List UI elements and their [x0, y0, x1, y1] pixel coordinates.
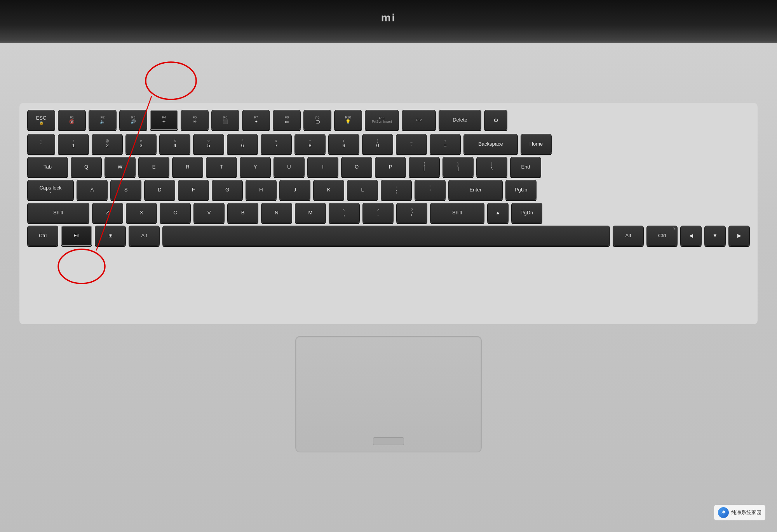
watermark-text: 纯净系统家园: [731, 509, 761, 516]
key-o[interactable]: O: [341, 157, 372, 177]
key-capslock[interactable]: Caps lock •: [27, 180, 74, 200]
key-f11[interactable]: F11 PrtScn Insert: [365, 110, 399, 130]
key-7[interactable]: & 7: [261, 134, 292, 154]
key-f6[interactable]: F6 ⬛: [211, 110, 239, 130]
key-9[interactable]: ( 9: [328, 134, 359, 154]
key-esc[interactable]: ESC 🔒: [27, 110, 55, 130]
brand-logo: mi: [381, 12, 396, 24]
home-key-row: Caps lock • A S D F G H J K L : ; " ': [27, 180, 750, 200]
key-equals[interactable]: + =: [430, 134, 461, 154]
key-tilde[interactable]: ~ `: [27, 134, 55, 154]
key-alt-left[interactable]: Alt: [129, 226, 160, 246]
key-v[interactable]: V: [193, 203, 225, 223]
key-shift-right[interactable]: Shift: [430, 203, 484, 223]
key-k[interactable]: K: [313, 180, 344, 200]
key-4[interactable]: $ 4: [159, 134, 190, 154]
key-enter[interactable]: Enter: [448, 180, 503, 200]
key-alt-right[interactable]: Alt: [613, 226, 644, 246]
key-m[interactable]: M: [295, 203, 326, 223]
key-e[interactable]: E: [138, 157, 169, 177]
key-arrow-up[interactable]: ▲: [487, 203, 509, 223]
key-ctrl-right[interactable]: Ctrl 🖰: [646, 226, 678, 246]
watermark: 净 纯净系统家园: [714, 505, 765, 520]
key-f9[interactable]: F9 🖵: [303, 110, 331, 130]
key-quote[interactable]: " ': [415, 180, 446, 200]
key-5[interactable]: % 5: [193, 134, 224, 154]
key-bracket-open[interactable]: { [: [409, 157, 440, 177]
screen-hinge: mi: [0, 0, 777, 43]
key-1[interactable]: ! 1: [58, 134, 89, 154]
key-n[interactable]: N: [261, 203, 292, 223]
key-space[interactable]: [162, 226, 610, 246]
key-i[interactable]: I: [307, 157, 338, 177]
key-f12[interactable]: F12: [402, 110, 436, 130]
key-slash[interactable]: ? /: [396, 203, 427, 223]
key-arrow-left[interactable]: ◀: [680, 226, 702, 246]
key-8[interactable]: * 8: [294, 134, 326, 154]
key-arrow-down[interactable]: ▼: [704, 226, 726, 246]
fn-key-row: ESC 🔒 F1 🔇 F2 🔈 F3 🔊 F4 ☀: [27, 110, 750, 130]
key-win[interactable]: ⊞: [95, 226, 126, 246]
key-z[interactable]: Z: [92, 203, 123, 223]
key-c[interactable]: C: [160, 203, 191, 223]
key-ctrl-left[interactable]: Ctrl: [27, 226, 58, 246]
key-pgup[interactable]: PgUp: [505, 180, 537, 200]
key-t[interactable]: T: [206, 157, 237, 177]
key-b[interactable]: B: [227, 203, 258, 223]
key-bracket-close[interactable]: } ]: [443, 157, 474, 177]
key-delete[interactable]: Delete: [439, 110, 481, 130]
key-f2[interactable]: F2 🔈: [89, 110, 117, 130]
key-p[interactable]: P: [375, 157, 406, 177]
key-end[interactable]: End: [510, 157, 541, 177]
keyboard: ESC 🔒 F1 🔇 F2 🔈 F3 🔊 F4 ☀: [19, 103, 758, 324]
key-tab[interactable]: Tab: [27, 157, 68, 177]
key-power[interactable]: ⏻: [484, 110, 507, 130]
key-f3[interactable]: F3 🔊: [119, 110, 147, 130]
trackpad-fingerprint: [373, 437, 404, 445]
laptop-deck: ESC 🔒 F1 🔇 F2 🔈 F3 🔊 F4 ☀: [0, 43, 777, 532]
shift-key-row: Shift Z X C V B N M < , > . ?: [27, 203, 750, 223]
key-0[interactable]: ) 0: [362, 134, 393, 154]
key-arrow-right[interactable]: ▶: [728, 226, 750, 246]
key-home[interactable]: Home: [521, 134, 552, 154]
trackpad[interactable]: [295, 336, 482, 452]
key-f10[interactable]: F10 💡: [334, 110, 362, 130]
key-q[interactable]: Q: [71, 157, 102, 177]
key-g[interactable]: G: [212, 180, 243, 200]
key-period[interactable]: > .: [362, 203, 394, 223]
key-pgdn[interactable]: PgDn: [511, 203, 542, 223]
key-shift-left[interactable]: Shift: [27, 203, 89, 223]
key-u[interactable]: U: [274, 157, 305, 177]
key-w[interactable]: W: [105, 157, 136, 177]
key-f5[interactable]: F5 ✳: [181, 110, 209, 130]
key-h[interactable]: H: [246, 180, 277, 200]
key-2[interactable]: @ 2: [92, 134, 123, 154]
key-s[interactable]: S: [110, 180, 141, 200]
key-r[interactable]: R: [172, 157, 203, 177]
watermark-icon: 净: [718, 507, 729, 518]
key-backspace[interactable]: Backspace: [463, 134, 518, 154]
bottom-key-row: Ctrl Fn ⊞ Alt Alt Ctrl: [27, 226, 750, 246]
key-3[interactable]: # 3: [125, 134, 157, 154]
key-f7[interactable]: F7 ✦: [242, 110, 270, 130]
key-f[interactable]: F: [178, 180, 209, 200]
key-d[interactable]: D: [144, 180, 175, 200]
key-f8[interactable]: F8 ▭: [273, 110, 301, 130]
key-backslash[interactable]: | \: [476, 157, 507, 177]
key-x[interactable]: X: [126, 203, 157, 223]
key-minus[interactable]: _ -: [396, 134, 427, 154]
number-key-row: ~ ` ! 1 @ 2 # 3 $ 4: [27, 134, 750, 154]
key-6[interactable]: ^ 6: [227, 134, 258, 154]
key-l[interactable]: L: [347, 180, 378, 200]
key-fn[interactable]: Fn: [61, 226, 92, 246]
key-f4[interactable]: F4 ☀: [150, 110, 178, 130]
key-comma[interactable]: < ,: [329, 203, 360, 223]
key-f1[interactable]: F1 🔇: [58, 110, 86, 130]
key-j[interactable]: J: [279, 180, 310, 200]
laptop-body: mi ESC 🔒 F1 🔇 F2 🔈 F3: [0, 0, 777, 532]
key-y[interactable]: Y: [240, 157, 271, 177]
key-semicolon[interactable]: : ;: [381, 180, 412, 200]
qwerty-key-row: Tab Q W E R T Y U I O P { [ } ]: [27, 157, 750, 177]
key-a[interactable]: A: [77, 180, 108, 200]
